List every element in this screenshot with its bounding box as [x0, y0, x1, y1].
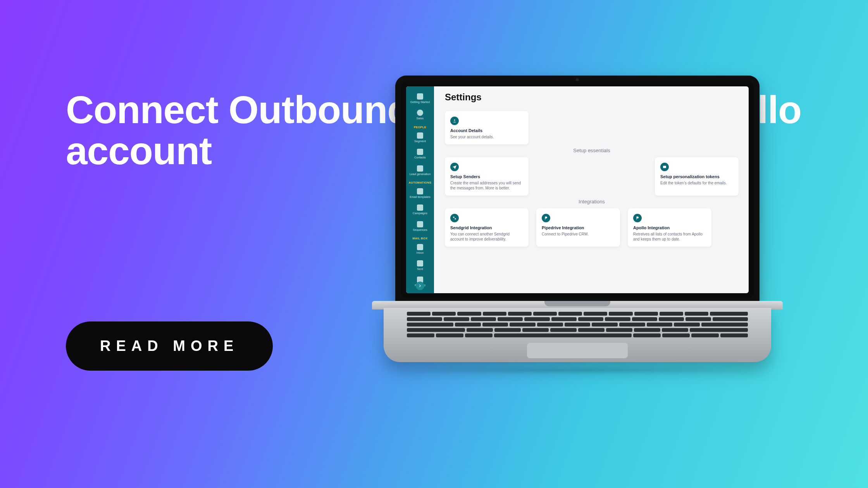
laptop-mockup: Getting Started Sales PEOPLE Segment: [372, 76, 783, 370]
laptop-bezel: Getting Started Sales PEOPLE Segment: [401, 81, 754, 299]
card-desc: Connect to Pipedrive CRM.: [542, 232, 615, 237]
sidebar-item-label: Getting Started: [410, 101, 430, 104]
section-title: Setup essentials: [445, 148, 739, 153]
card-title: Account Details: [450, 128, 523, 133]
sequences-icon: [417, 221, 423, 227]
laptop-lid: Getting Started Sales PEOPLE Segment: [395, 76, 760, 304]
sidebar: Getting Started Sales PEOPLE Segment: [406, 86, 434, 293]
laptop-keyboard-deck: [384, 308, 771, 362]
sidebar-toggle-button[interactable]: [416, 282, 424, 290]
sidebar-item-label: Sequences: [413, 229, 427, 232]
section-account: Account Details See your account details…: [445, 111, 739, 144]
sidebar-item-inbox[interactable]: Inbox: [406, 241, 434, 257]
cards: Sendgrid Integration You can connect ano…: [445, 208, 739, 247]
card-account-details[interactable]: Account Details See your account details…: [445, 111, 529, 144]
card-title: Apollo Integration: [633, 225, 706, 230]
sidebar-item-label: Sent: [417, 268, 423, 271]
senders-icon: [450, 163, 459, 171]
card-title: Setup personalization tokens: [660, 174, 733, 179]
card-sendgrid[interactable]: Sendgrid Integration You can connect ano…: [445, 208, 529, 247]
trackpad: [527, 343, 628, 358]
laptop-shadow: [388, 368, 767, 372]
card-desc: You can connect another Sendgrid account…: [450, 232, 523, 242]
sidebar-item-segment[interactable]: Segment: [406, 130, 434, 146]
svg-point-0: [454, 120, 455, 121]
leadgen-icon: [417, 165, 423, 172]
sidebar-item-campaigns[interactable]: Campaigns: [406, 202, 434, 218]
app-screen: Getting Started Sales PEOPLE Segment: [406, 86, 749, 293]
keyboard: [407, 312, 748, 339]
sidebar-section-automations: AUTOMATIONS: [406, 181, 434, 184]
sidebar-item-contacts[interactable]: Contacts: [406, 146, 434, 162]
page-title: Settings: [445, 92, 739, 103]
sidebar-item-sales[interactable]: Sales: [406, 107, 434, 123]
card-desc: Create the email addresses you will send…: [450, 180, 523, 191]
section-integrations: Integrations Sendgrid Integration You ca…: [445, 197, 739, 247]
sidebar-section-people: PEOPLE: [406, 125, 434, 129]
sidebar-item-label: Segment: [414, 140, 426, 143]
chevron-right-icon: [418, 282, 422, 289]
card-setup-senders[interactable]: Setup Senders Create the email addresses…: [445, 157, 529, 196]
pipedrive-icon: [542, 214, 550, 222]
sidebar-item-label: Contacts: [414, 156, 426, 159]
card-apollo[interactable]: Apollo Integration Retreives all lists o…: [628, 208, 711, 247]
sidebar-item-label: Email templates: [410, 196, 430, 199]
sent-icon: [417, 260, 423, 266]
main: Settings Account Details See your accoun…: [434, 86, 749, 293]
campaigns-icon: [417, 204, 423, 211]
svg-rect-3: [455, 218, 456, 219]
cards: Setup Senders Create the email addresses…: [445, 157, 739, 196]
layout-icon: [417, 93, 423, 100]
svg-rect-1: [663, 166, 666, 168]
card-personalization-tokens[interactable]: Setup personalization tokens Edit the to…: [655, 157, 739, 196]
segment-icon: [417, 132, 423, 139]
token-icon: [660, 163, 669, 171]
sidebar-item-email-templates[interactable]: Email templates: [406, 185, 434, 201]
read-more-label: READ MORE: [100, 338, 239, 354]
section-title: Integrations: [445, 199, 739, 204]
sidebar-item-sent[interactable]: Sent: [406, 257, 434, 273]
template-icon: [417, 188, 423, 194]
promo-canvas: Connect Outbound Rocks to your Apollo ac…: [0, 0, 868, 488]
sidebar-item-label: Campaigns: [413, 212, 427, 215]
read-more-button[interactable]: READ MORE: [66, 321, 273, 371]
chart-icon: [417, 110, 423, 116]
section-setup-essentials: Setup essentials Setup Senders Create th…: [445, 146, 739, 196]
card-desc: Retreives all lists of contacts from Apo…: [633, 232, 706, 242]
card-pipedrive[interactable]: Pipedrive Integration Connect to Pipedri…: [536, 208, 620, 247]
sidebar-item-label: Sales: [417, 117, 424, 120]
cards: Account Details See your account details…: [445, 111, 739, 144]
contacts-icon: [417, 149, 423, 155]
sidebar-item-label: Inbox: [417, 251, 424, 254]
sidebar-item-label: Lead generation: [410, 173, 431, 176]
svg-rect-2: [453, 217, 455, 218]
card-desc: Edit the token's defaults for the emails…: [660, 180, 733, 186]
sidebar-item-sequences[interactable]: Sequences: [406, 218, 434, 234]
sidebar-item-getting-started[interactable]: Getting Started: [406, 90, 434, 107]
apollo-icon: [633, 214, 642, 222]
inbox-icon: [417, 244, 423, 250]
sidebar-section-mailbox: MAIL BOX: [406, 237, 434, 240]
user-icon: [450, 117, 459, 125]
card-title: Sendgrid Integration: [450, 225, 523, 230]
sendgrid-icon: [450, 214, 459, 222]
sidebar-item-lead-generation[interactable]: Lead generation: [406, 162, 434, 179]
card-desc: See your account details.: [450, 134, 523, 140]
card-title: Setup Senders: [450, 174, 523, 179]
card-title: Pipedrive Integration: [542, 225, 615, 230]
